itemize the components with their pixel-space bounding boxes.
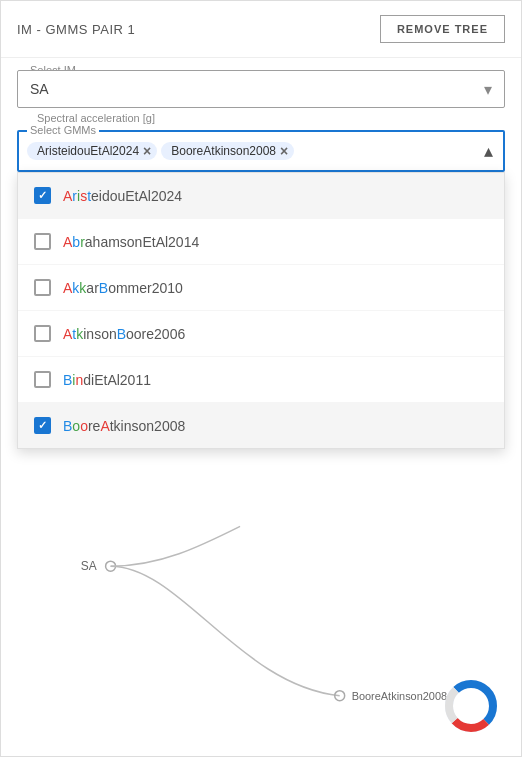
im-field-group: Select IM SA ▾ Spectral acceleration [g] [17, 70, 505, 108]
main-container: IM - GMMS PAIR 1 REMOVE TREE Select IM S… [0, 0, 522, 757]
pair-title: IM - GMMS PAIR 1 [17, 22, 135, 37]
checkmark-icon: ✓ [38, 189, 47, 202]
im-unit-label: Spectral acceleration [g] [37, 112, 155, 124]
gmms-dropdown: ✓ AristeidouEtAl2024 AbrahamsonEtAl2014 [17, 172, 505, 449]
list-item-BooreAtkinson2008[interactable]: ✓ BooreAtkinson2008 [18, 403, 504, 448]
gmm-name-BooreAtkinson2008: BooreAtkinson2008 [63, 418, 185, 434]
boore-node-label: BooreAtkinson2008 [352, 690, 447, 702]
gmms-label: Select GMMs [27, 124, 99, 136]
list-item-AtkinsonBoore2006[interactable]: AtkinsonBoore2006 [18, 311, 504, 357]
tree-visualization: SA BooreAtkinson2008 [1, 466, 521, 756]
header: IM - GMMS PAIR 1 REMOVE TREE [1, 1, 521, 58]
remove-tree-button[interactable]: REMOVE TREE [380, 15, 505, 43]
im-select[interactable]: SA ▾ [17, 70, 505, 108]
donut-chart [441, 676, 501, 736]
form-area: Select IM SA ▾ Spectral acceleration [g]… [1, 58, 521, 172]
gmm-name-AkkarBommer2010: AkkarBommer2010 [63, 280, 183, 296]
gmms-dropdown-arrow-icon: ▴ [484, 140, 493, 162]
chip-remove-1[interactable]: × [143, 144, 151, 158]
checkbox-AtkinsonBoore2006[interactable] [34, 325, 51, 342]
chip-label-1: AristeidouEtAl2024 [37, 144, 139, 158]
sa-node-label: SA [81, 559, 97, 573]
gmm-name-AtkinsonBoore2006: AtkinsonBoore2006 [63, 326, 185, 342]
tree-branch-boore [111, 566, 340, 696]
gmms-field-group: Select GMMs AristeidouEtAl2024 × BooreAt… [17, 130, 505, 172]
list-item-BindiEtAl2011[interactable]: BindiEtAl2011 [18, 357, 504, 403]
chip-label-2: BooreAtkinson2008 [171, 144, 276, 158]
list-item-AkkarBommer2010[interactable]: AkkarBommer2010 [18, 265, 504, 311]
im-dropdown-arrow-icon: ▾ [484, 80, 492, 99]
donut-svg [441, 676, 501, 736]
checkbox-BooreAtkinson2008[interactable]: ✓ [34, 417, 51, 434]
checkbox-AkkarBommer2010[interactable] [34, 279, 51, 296]
gmms-select[interactable]: AristeidouEtAl2024 × BooreAtkinson2008 ×… [17, 130, 505, 172]
chip-BooreAtkinson2008: BooreAtkinson2008 × [161, 142, 294, 160]
gmm-name-AbrahamsonEtAl2014: AbrahamsonEtAl2014 [63, 234, 199, 250]
gmm-name-AristeidouEtAl2024: AristeidouEtAl2024 [63, 188, 182, 204]
checkbox-BindiEtAl2011[interactable] [34, 371, 51, 388]
chip-AristeidouEtAl2024: AristeidouEtAl2024 × [27, 142, 157, 160]
checkbox-AristeidouEtAl2024[interactable]: ✓ [34, 187, 51, 204]
chip-remove-2[interactable]: × [280, 144, 288, 158]
checkbox-AbrahamsonEtAl2014[interactable] [34, 233, 51, 250]
im-value: SA [30, 81, 49, 97]
list-item-AristeidouEtAl2024[interactable]: ✓ AristeidouEtAl2024 [18, 173, 504, 219]
checkmark-icon-2: ✓ [38, 419, 47, 432]
tree-branch-aristo [111, 526, 241, 566]
list-item-AbrahamsonEtAl2014[interactable]: AbrahamsonEtAl2014 [18, 219, 504, 265]
gmm-name-BindiEtAl2011: BindiEtAl2011 [63, 372, 151, 388]
